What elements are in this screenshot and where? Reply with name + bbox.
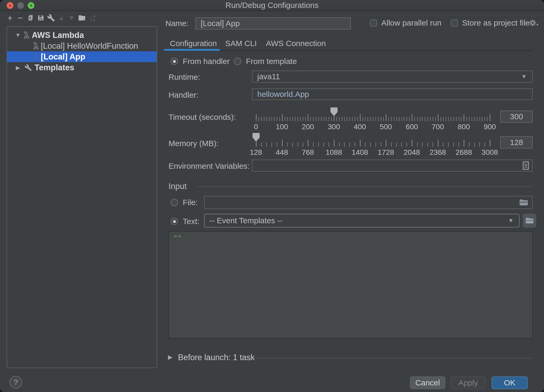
file-input[interactable]	[204, 196, 533, 209]
help-button[interactable]: ?	[9, 376, 22, 389]
save-configuration-button[interactable]	[37, 13, 45, 23]
memory-slider-ticks	[256, 140, 490, 147]
add-configuration-button[interactable]: +	[6, 13, 14, 23]
from-handler-label: From handler	[183, 57, 230, 66]
input-section-divider	[197, 186, 532, 187]
from-handler-option[interactable]: From handler	[171, 57, 230, 66]
handler-value: helloworld.App	[257, 90, 309, 99]
sort-az-icon: ↓ az	[89, 13, 95, 22]
handler-label: Handler:	[169, 91, 198, 100]
timeout-slider[interactable]: 0100 200300 400500 600700 800900	[256, 107, 490, 133]
text-option[interactable]: Text:	[171, 217, 199, 226]
env-vars-browse-button[interactable]	[522, 161, 530, 170]
arrow-up-icon: ▲	[58, 14, 65, 22]
lambda-icon: λ	[33, 41, 39, 51]
tree-toolbar: + − ▲ ▼ ↓ az	[6, 13, 96, 23]
lambda-icon: λ	[24, 31, 29, 40]
runtime-label: Runtime:	[169, 73, 200, 82]
env-vars-label: Environment Variables:	[169, 162, 250, 171]
file-browse-button[interactable]	[519, 199, 528, 206]
tree-item-label: [Local] HelloWorldFunction	[41, 41, 138, 51]
store-as-project-file-option[interactable]: Store as project file	[451, 18, 530, 27]
titlebar: Run/Debug Configurations × +	[0, 0, 544, 11]
before-launch-toggle[interactable]: Before launch: 1 task	[178, 353, 255, 362]
memory-value-input[interactable]: 128	[500, 136, 533, 148]
ok-button[interactable]: OK	[492, 376, 528, 389]
minus-icon: −	[18, 13, 23, 23]
tab-configuration[interactable]: Configuration	[170, 39, 217, 48]
zoom-window-icon[interactable]: +	[28, 2, 34, 9]
cancel-button[interactable]: Cancel	[410, 376, 445, 389]
allow-parallel-run-option[interactable]: Allow parallel run	[370, 18, 441, 27]
editor-string-value: ""	[173, 234, 181, 242]
allow-parallel-run-checkbox[interactable]	[370, 19, 377, 27]
text-radio[interactable]	[171, 218, 178, 225]
chevron-down-icon: ▼	[508, 217, 514, 224]
from-template-option[interactable]: From template	[234, 57, 297, 66]
remove-configuration-button[interactable]: −	[16, 13, 24, 23]
copy-icon	[27, 14, 34, 22]
tree-item-label: Templates	[34, 63, 74, 72]
file-option[interactable]: File:	[171, 198, 198, 207]
folder-open-icon	[525, 217, 534, 224]
close-window-icon[interactable]: ×	[7, 2, 13, 9]
runtime-select[interactable]: java11 ▼	[252, 71, 533, 83]
lambda-icon: λ	[33, 52, 39, 62]
store-as-project-file-checkbox[interactable]	[451, 19, 458, 27]
file-label: File:	[183, 198, 198, 207]
text-label: Text:	[183, 217, 199, 226]
runtime-value: java11	[257, 72, 280, 81]
chevron-down-icon: ▼	[536, 23, 539, 27]
add-icon: +	[7, 13, 13, 23]
from-handler-radio[interactable]	[171, 58, 178, 65]
apply-button: Apply	[451, 376, 486, 389]
handler-input[interactable]: helloworld.App	[252, 88, 533, 100]
file-radio[interactable]	[171, 199, 178, 206]
from-template-radio[interactable]	[234, 58, 241, 65]
tree-item-templates[interactable]: ▶ Templates	[7, 62, 157, 73]
memory-slider[interactable]: 128448 7681088 14081728 20482368 2688300…	[256, 133, 490, 158]
folder-icon	[519, 199, 528, 206]
tree-item-local-app[interactable]: λ [Local] App	[7, 51, 157, 62]
store-settings-button[interactable]: ▼	[529, 19, 539, 27]
tree-item-label: AWS Lambda	[32, 31, 84, 40]
timeout-slider-ticks	[256, 114, 490, 121]
input-section-title: Input	[169, 182, 187, 191]
text-browse-button[interactable]	[523, 214, 536, 227]
tab-aws-connection[interactable]: AWS Connection	[266, 39, 326, 48]
name-input[interactable]: [Local] App	[195, 17, 351, 29]
event-templates-value: -- Event Templates --	[209, 216, 283, 225]
timeout-value-input[interactable]: 300	[500, 111, 533, 123]
chevron-down-icon[interactable]: ▼	[14, 32, 21, 38]
name-label: Name:	[165, 19, 189, 28]
tree-item-label: [Local] App	[41, 52, 85, 62]
move-down-button: ▼	[68, 13, 76, 23]
timeout-label: Timeout (seconds):	[169, 113, 236, 122]
from-template-label: From template	[246, 57, 297, 66]
chevron-right-icon[interactable]: ▶	[14, 64, 21, 71]
tree-item-aws-lambda[interactable]: ▼ λ AWS Lambda	[7, 30, 157, 41]
tab-sam-cli[interactable]: SAM CLI	[225, 39, 257, 48]
copy-configuration-button[interactable]	[27, 13, 34, 23]
tree-item-helloworldfunction[interactable]: λ [Local] HelloWorldFunction	[7, 41, 157, 51]
minimize-window-icon	[17, 2, 24, 9]
chevron-right-icon[interactable]: ▶	[168, 354, 172, 361]
store-as-project-file-label: Store as project file	[462, 18, 530, 27]
question-icon: ?	[14, 378, 18, 387]
event-text-editor[interactable]: ""	[169, 231, 533, 339]
memory-value: 128	[510, 138, 523, 147]
event-templates-select[interactable]: -- Event Templates -- ▼	[204, 214, 520, 227]
env-vars-input[interactable]	[252, 160, 533, 172]
memory-label: Memory (MB):	[169, 139, 219, 148]
wrench-icon	[47, 14, 55, 22]
name-value: [Local] App	[201, 19, 240, 28]
edit-templates-button[interactable]	[47, 13, 55, 23]
run-debug-configurations-dialog: Run/Debug Configurations × + + − ▲ ▼ ↓ a…	[0, 0, 544, 392]
allow-parallel-run-label: Allow parallel run	[381, 18, 441, 27]
wrench-icon	[24, 64, 32, 71]
sort-configurations-button: ↓ az	[88, 13, 96, 23]
timeout-tick-labels: 0100 200300 400500 600700 800900	[256, 123, 490, 132]
new-folder-button[interactable]	[78, 13, 86, 23]
folder-plus-icon	[78, 14, 86, 22]
window-title: Run/Debug Configurations	[0, 0, 544, 11]
